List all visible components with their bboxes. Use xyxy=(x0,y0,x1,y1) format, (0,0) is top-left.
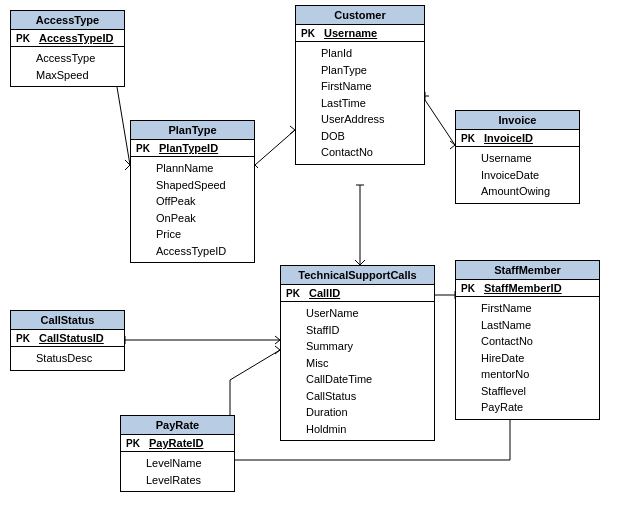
entity-staffmember-fields: FirstName LastName ContactNo HireDate me… xyxy=(456,297,599,419)
field-staff-1: FirstName xyxy=(481,300,594,317)
entity-callstatus-pk: CallStatusID xyxy=(39,332,104,344)
entity-techsupport-pk-row: PK CallID xyxy=(281,285,434,302)
entity-staffmember-header: StaffMember xyxy=(456,261,599,280)
field-plantype-5: Price xyxy=(156,226,249,243)
field-tech-5: CallDateTime xyxy=(306,371,429,388)
entity-payrate-pk-row: PK PayRateID xyxy=(121,435,234,452)
pk-label: PK xyxy=(16,333,34,344)
entity-invoice: Invoice PK InvoiceID Username InvoiceDat… xyxy=(455,110,580,204)
entity-staffmember: StaffMember PK StaffMemberID FirstName L… xyxy=(455,260,600,420)
field-plantype-1: PlannName xyxy=(156,160,249,177)
entity-accesstype-header: AccessType xyxy=(11,11,124,30)
field-tech-4: Misc xyxy=(306,355,429,372)
field-payrate-1: LevelName xyxy=(146,455,229,472)
entity-invoice-fields: Username InvoiceDate AmountOwing xyxy=(456,147,579,203)
field-customer-2: PlanType xyxy=(321,62,419,79)
field-accesstype-1: AccessType xyxy=(36,50,119,67)
entity-invoice-pk-row: PK InvoiceID xyxy=(456,130,579,147)
field-customer-5: UserAddress xyxy=(321,111,419,128)
entity-invoice-pk: InvoiceID xyxy=(484,132,533,144)
field-tech-6: CallStatus xyxy=(306,388,429,405)
entity-customer: Customer PK Username PlanId PlanType Fir… xyxy=(295,5,425,165)
field-accesstype-2: MaxSpeed xyxy=(36,67,119,84)
field-invoice-1: Username xyxy=(481,150,574,167)
entity-callstatus-fields: StatusDesc xyxy=(11,347,124,370)
entity-invoice-header: Invoice xyxy=(456,111,579,130)
field-customer-3: FirstName xyxy=(321,78,419,95)
field-customer-6: DOB xyxy=(321,128,419,145)
field-callstatus-1: StatusDesc xyxy=(36,350,119,367)
entity-techsupport-header: TechnicalSupportCalls xyxy=(281,266,434,285)
field-plantype-2: ShapedSpeed xyxy=(156,177,249,194)
pk-label: PK xyxy=(136,143,154,154)
entity-plantype-fields: PlannName ShapedSpeed OffPeak OnPeak Pri… xyxy=(131,157,254,262)
field-plantype-4: OnPeak xyxy=(156,210,249,227)
field-staff-3: ContactNo xyxy=(481,333,594,350)
entity-techsupport-fields: UserName StaffID Summary Misc CallDateTi… xyxy=(281,302,434,440)
field-staff-6: Stafflevel xyxy=(481,383,594,400)
pk-label: PK xyxy=(286,288,304,299)
svg-line-4 xyxy=(255,130,295,165)
entity-techsupport-pk: CallID xyxy=(309,287,340,299)
field-customer-7: ContactNo xyxy=(321,144,419,161)
entity-accesstype-pk-row: PK AccessTypeID xyxy=(11,30,124,47)
field-staff-2: LastName xyxy=(481,317,594,334)
entity-callstatus-header: CallStatus xyxy=(11,311,124,330)
entity-payrate-pk: PayRateID xyxy=(149,437,203,449)
field-tech-7: Duration xyxy=(306,404,429,421)
entity-customer-pk-row: PK Username xyxy=(296,25,424,42)
field-tech-2: StaffID xyxy=(306,322,429,339)
field-staff-7: PayRate xyxy=(481,399,594,416)
entity-staffmember-pk: StaffMemberID xyxy=(484,282,562,294)
pk-label: PK xyxy=(126,438,144,449)
entity-callstatus-pk-row: PK CallStatusID xyxy=(11,330,124,347)
entity-customer-fields: PlanId PlanType FirstName LastTime UserA… xyxy=(296,42,424,164)
field-payrate-2: LevelRates xyxy=(146,472,229,489)
field-invoice-3: AmountOwing xyxy=(481,183,574,200)
pk-label: PK xyxy=(16,33,34,44)
field-invoice-2: InvoiceDate xyxy=(481,167,574,184)
field-staff-4: HireDate xyxy=(481,350,594,367)
field-plantype-3: OffPeak xyxy=(156,193,249,210)
entity-plantype-pk-row: PK PlanTypeID xyxy=(131,140,254,157)
entity-payrate-header: PayRate xyxy=(121,416,234,435)
field-customer-4: LastTime xyxy=(321,95,419,112)
entity-plantype: PlanType PK PlanTypeID PlannName ShapedS… xyxy=(130,120,255,263)
entity-plantype-pk: PlanTypeID xyxy=(159,142,218,154)
svg-line-32 xyxy=(230,350,280,380)
entity-accesstype: AccessType PK AccessTypeID AccessType Ma… xyxy=(10,10,125,87)
field-tech-1: UserName xyxy=(306,305,429,322)
field-customer-1: PlanId xyxy=(321,45,419,62)
pk-label: PK xyxy=(301,28,319,39)
field-tech-3: Summary xyxy=(306,338,429,355)
entity-staffmember-pk-row: PK StaffMemberID xyxy=(456,280,599,297)
field-staff-5: mentorNo xyxy=(481,366,594,383)
entity-plantype-header: PlanType xyxy=(131,121,254,140)
entity-accesstype-fields: AccessType MaxSpeed xyxy=(11,47,124,86)
entity-techsupport: TechnicalSupportCalls PK CallID UserName… xyxy=(280,265,435,441)
entity-payrate-fields: LevelName LevelRates xyxy=(121,452,234,491)
pk-label: PK xyxy=(461,283,479,294)
entity-accesstype-pk: AccessTypeID xyxy=(39,32,113,44)
entity-customer-header: Customer xyxy=(296,6,424,25)
entity-payrate: PayRate PK PayRateID LevelName LevelRate… xyxy=(120,415,235,492)
entity-customer-pk: Username xyxy=(324,27,377,39)
field-plantype-6: AccessTypeID xyxy=(156,243,249,260)
field-tech-8: Holdmin xyxy=(306,421,429,438)
erd-diagram: AccessType PK AccessTypeID AccessType Ma… xyxy=(0,0,625,526)
svg-line-8 xyxy=(425,100,455,145)
entity-callstatus: CallStatus PK CallStatusID StatusDesc xyxy=(10,310,125,371)
pk-label: PK xyxy=(461,133,479,144)
